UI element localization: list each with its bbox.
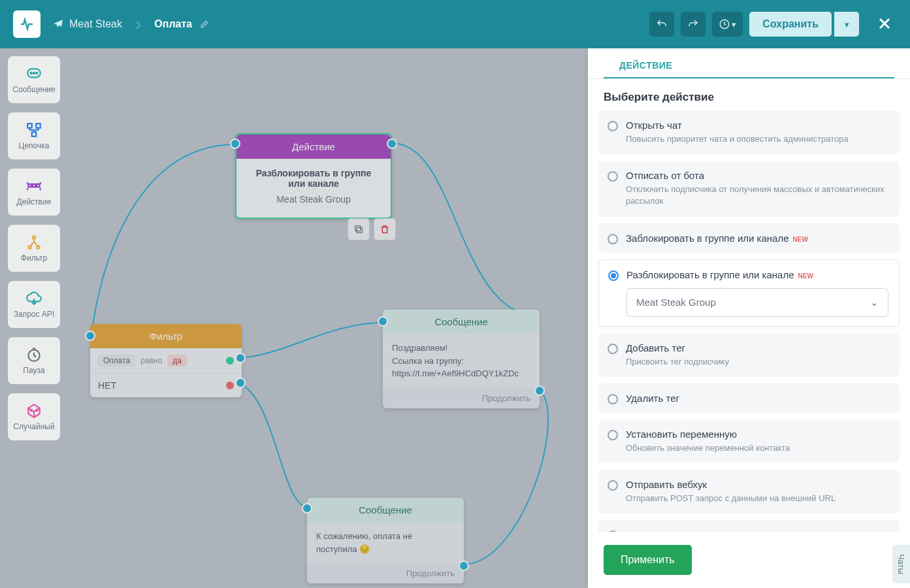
tool-filter[interactable]: Фильтр — [8, 225, 60, 272]
svg-point-13 — [37, 246, 39, 248]
node-filter[interactable]: Фильтр Оплата равно да НЕТ — [90, 324, 242, 397]
status-dot-red — [226, 382, 234, 389]
action-webhook[interactable]: Отправить вебхук Отправить POST запрос с… — [598, 470, 900, 514]
node-action-heading: Разблокировать в группе или канале — [247, 168, 380, 189]
tool-action[interactable]: Действие — [8, 169, 60, 216]
svg-point-12 — [28, 246, 31, 248]
svg-point-4 — [36, 73, 37, 74]
node-message-2[interactable]: Сообщение К сожалению, оплата не поступи… — [307, 498, 464, 583]
node-message-1-body: Поздравляем! Ссылка на группу: https://t… — [383, 334, 540, 388]
new-badge: NEW — [793, 236, 808, 243]
port[interactable] — [302, 503, 312, 514]
svg-rect-5 — [27, 123, 32, 128]
breadcrumb: Meat Steak › Оплата — [52, 14, 209, 35]
svg-rect-10 — [37, 184, 39, 187]
filter-row-no[interactable]: НЕТ — [90, 374, 242, 397]
action-add-tag[interactable]: Добавить тег Присвоить тег подписчику — [598, 333, 900, 377]
tool-api-request[interactable]: Запрос API — [8, 281, 60, 328]
sidebar-panel: ДЕЙСТВИЕ Выберите действие Открыть чат П… — [588, 48, 910, 588]
action-open-chat[interactable]: Открыть чат Повысить приоритет чата и оп… — [598, 110, 900, 154]
action-block-group[interactable]: Заблокировать в группе или каналеNEW — [598, 223, 900, 253]
svg-rect-17 — [357, 227, 362, 233]
tool-chain[interactable]: Цепочка — [8, 112, 60, 159]
status-dot-green — [226, 357, 234, 365]
action-create-deal[interactable]: Создать сделку Добавить сделку в CRM — [598, 520, 900, 532]
group-select-dropdown[interactable]: Meat Steak Group ⌄ — [626, 288, 888, 317]
action-unsubscribe[interactable]: Отписать от бота Отключить подписчика от… — [598, 161, 900, 216]
close-button[interactable] — [872, 12, 897, 37]
action-unblock-group[interactable]: Разблокировать в группе или каналеNEW Me… — [598, 259, 900, 327]
tool-random[interactable]: Случайный — [8, 393, 60, 440]
port[interactable] — [387, 139, 397, 149]
chats-side-tab[interactable]: Чаты — [892, 545, 910, 583]
save-dropdown[interactable]: ▾ — [834, 12, 859, 37]
svg-point-16 — [36, 410, 37, 411]
history-button[interactable]: ▾ — [712, 12, 743, 37]
tool-palette: Сообщение Цепочка Действие Фильтр Запрос… — [8, 56, 60, 440]
action-remove-tag[interactable]: Удалить тег — [598, 384, 900, 413]
telegram-icon — [52, 18, 64, 30]
svg-rect-6 — [36, 123, 41, 128]
apply-button[interactable]: Применить — [604, 545, 692, 575]
breadcrumb-separator: › — [135, 14, 141, 35]
node-message-2-body: К сожалению, оплата не поступила 😔 — [307, 522, 464, 563]
port[interactable] — [459, 561, 469, 571]
node-action-sub: Meat Steak Group — [247, 194, 380, 204]
new-badge: NEW — [798, 272, 813, 280]
port[interactable] — [235, 353, 246, 363]
node-message-1[interactable]: Сообщение Поздравляем! Ссылка на группу:… — [383, 310, 540, 408]
flow-canvas[interactable]: Сообщение Цепочка Действие Фильтр Запрос… — [0, 48, 588, 588]
port[interactable] — [230, 139, 240, 149]
topbar: Meat Steak › Оплата ▾ Сохранить ▾ — [0, 0, 910, 48]
port[interactable] — [534, 385, 545, 396]
svg-rect-7 — [32, 132, 37, 137]
svg-point-2 — [31, 73, 32, 74]
tool-message[interactable]: Сообщение — [8, 56, 60, 103]
node-message-2-title: Сообщение — [307, 498, 464, 522]
redo-button[interactable] — [681, 12, 706, 37]
node-action[interactable]: Действие Разблокировать в группе или кан… — [235, 133, 392, 219]
svg-rect-18 — [355, 226, 361, 231]
node-action-title: Действие — [236, 135, 391, 159]
sidebar-heading: Выберите действие — [588, 79, 910, 110]
app-logo[interactable] — [13, 10, 41, 38]
chevron-down-icon: ⌄ — [870, 297, 879, 308]
svg-point-3 — [33, 73, 35, 74]
svg-point-15 — [31, 410, 32, 411]
edit-icon[interactable] — [200, 20, 209, 29]
action-set-variable[interactable]: Установить переменную Обновить значение … — [598, 419, 900, 463]
svg-rect-9 — [33, 184, 35, 187]
node-message-1-title: Сообщение — [383, 310, 540, 334]
filter-row-yes[interactable]: Оплата равно да — [90, 348, 242, 374]
port[interactable] — [235, 378, 246, 388]
node-message-2-continue[interactable]: Продолжить — [307, 563, 464, 583]
svg-point-11 — [33, 236, 35, 238]
delete-node-button[interactable] — [374, 218, 396, 240]
node-filter-title: Фильтр — [90, 324, 242, 348]
save-button[interactable]: Сохранить — [749, 12, 832, 37]
port[interactable] — [85, 331, 95, 341]
sidebar-tab-action[interactable]: ДЕЙСТВИЕ — [604, 48, 894, 78]
tool-pause[interactable]: Пауза — [8, 337, 60, 384]
undo-button[interactable] — [649, 12, 674, 37]
svg-rect-8 — [28, 184, 31, 187]
breadcrumb-flow[interactable]: Оплата — [154, 18, 209, 30]
copy-node-button[interactable] — [348, 218, 370, 240]
breadcrumb-bot[interactable]: Meat Steak — [52, 18, 122, 30]
node-message-1-continue[interactable]: Продолжить — [383, 388, 540, 408]
port[interactable] — [378, 316, 388, 327]
